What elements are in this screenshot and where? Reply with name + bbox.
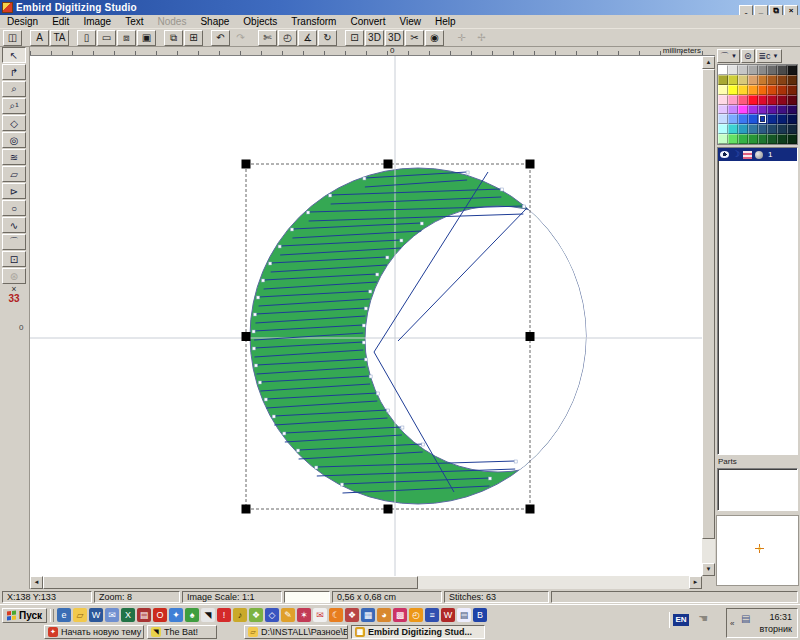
palette-app-icon[interactable]: ❖ xyxy=(345,608,359,622)
palette-color-4-4[interactable] xyxy=(758,105,768,115)
toolbar-import-design[interactable]: ⧈ xyxy=(117,30,136,46)
palette-color-6-6[interactable] xyxy=(777,124,787,134)
toolbar-design-manager[interactable]: ◫ xyxy=(3,30,22,46)
winword-icon[interactable]: W xyxy=(441,608,455,622)
mail-icon[interactable]: ✉ xyxy=(105,608,119,622)
toolbar-view-3d-wire[interactable]: 3D xyxy=(385,30,404,46)
task-button-1[interactable]: ◥The Bat! xyxy=(147,625,217,639)
bluetooth-icon[interactable]: B xyxy=(473,608,487,622)
palette-color-6-4[interactable] xyxy=(758,124,768,134)
palette-color-5-1[interactable] xyxy=(728,114,738,124)
palette-color-3-0[interactable] xyxy=(718,95,728,105)
excel-icon[interactable]: X xyxy=(121,608,135,622)
the-bat-icon[interactable]: ◥ xyxy=(201,608,215,622)
toolbar-paste[interactable]: ⊞ xyxy=(184,30,203,46)
palette-color-4-2[interactable] xyxy=(738,105,748,115)
bars-app-icon[interactable]: ≡ xyxy=(425,608,439,622)
palette-color-7-3[interactable] xyxy=(748,134,758,144)
task-button-3[interactable]: ▩Embird Digitizing Stud... xyxy=(351,625,485,639)
commander-icon[interactable]: ◴ xyxy=(409,608,423,622)
menu-convert[interactable]: Convert xyxy=(343,15,392,28)
object-row-selected[interactable]: ☽ 1 xyxy=(718,148,797,161)
palette-color-6-5[interactable] xyxy=(767,124,777,134)
language-indicator[interactable]: EN xyxy=(673,614,689,626)
palette-color-5-7[interactable] xyxy=(787,114,797,124)
task-button-2[interactable]: ▱D:\INSTALL\Разное\Embird xyxy=(244,625,348,639)
palette-color-4-5[interactable] xyxy=(767,105,777,115)
messenger-icon[interactable]: ✦ xyxy=(169,608,183,622)
menu-text[interactable]: Text xyxy=(118,15,150,28)
star-app-icon[interactable]: ✶ xyxy=(297,608,311,622)
palette-color-0-7[interactable] xyxy=(787,65,797,75)
palette-color-2-0[interactable] xyxy=(718,85,728,95)
palette-color-7-1[interactable] xyxy=(728,134,738,144)
palette-color-2-2[interactable] xyxy=(738,85,748,95)
crescent-design[interactable] xyxy=(30,56,702,576)
horizontal-scroll-thumb[interactable] xyxy=(43,576,418,589)
tool-zoom-actual-tool[interactable]: ⌕¹ xyxy=(2,98,26,114)
palette-color-3-3[interactable] xyxy=(748,95,758,105)
embird-icon[interactable]: ▩ xyxy=(393,608,407,622)
folder-icon[interactable]: ▱ xyxy=(73,608,87,622)
tree-app-icon[interactable]: ♠ xyxy=(185,608,199,622)
palette-color-4-0[interactable] xyxy=(718,105,728,115)
palette-color-6-7[interactable] xyxy=(787,124,797,134)
scroll-left-button[interactable]: ◄ xyxy=(30,576,43,589)
toolbar-new-design[interactable]: ▯ xyxy=(77,30,96,46)
palette-color-0-1[interactable] xyxy=(728,65,738,75)
quick-launch-grip[interactable] xyxy=(50,609,54,622)
internet-explorer-icon[interactable]: e xyxy=(57,608,71,622)
palette-color-1-1[interactable] xyxy=(728,75,738,85)
toolbar-angle[interactable]: ∡ xyxy=(298,30,317,46)
books-icon[interactable]: ▤ xyxy=(137,608,151,622)
cup-app-icon[interactable]: ◕ xyxy=(377,608,391,622)
design-canvas[interactable] xyxy=(30,56,702,576)
scroll-right-button[interactable]: ► xyxy=(689,576,702,589)
palette-color-0-4[interactable] xyxy=(758,65,768,75)
palette-color-7-7[interactable] xyxy=(787,134,797,144)
tool-column-tool[interactable]: ▱ xyxy=(2,166,26,182)
toolbar-measure[interactable]: ◴ xyxy=(278,30,297,46)
palette-color-5-3[interactable] xyxy=(748,114,758,124)
mail2-icon[interactable]: ✉ xyxy=(313,608,327,622)
toolbar-sew-simulator[interactable]: ◉ xyxy=(425,30,444,46)
media-icon[interactable]: ♪ xyxy=(233,608,247,622)
vertical-scroll-thumb[interactable] xyxy=(702,69,715,539)
palette-color-2-6[interactable] xyxy=(777,85,787,95)
palette-color-1-4[interactable] xyxy=(758,75,768,85)
notes-icon[interactable]: ▤ xyxy=(457,608,471,622)
word-icon[interactable]: W xyxy=(89,608,103,622)
graphics-icon[interactable]: ❖ xyxy=(249,608,263,622)
palette-color-1-7[interactable] xyxy=(787,75,797,85)
palette-color-6-2[interactable] xyxy=(738,124,748,134)
opera-icon[interactable]: O xyxy=(153,608,167,622)
tool-manual-stitch-tool[interactable]: ∿ xyxy=(2,217,26,233)
palette-color-7-4[interactable] xyxy=(758,134,768,144)
hand-tray-icon[interactable]: ☚ xyxy=(698,612,708,625)
scroll-up-button[interactable]: ▲ xyxy=(702,56,715,69)
palette-color-6-0[interactable] xyxy=(718,124,728,134)
menu-transform[interactable]: Transform xyxy=(284,15,343,28)
palette-color-5-0[interactable] xyxy=(718,114,728,124)
palette-color-0-3[interactable] xyxy=(748,65,758,75)
palette-color-7-0[interactable] xyxy=(718,134,728,144)
palette-color-0-5[interactable] xyxy=(767,65,777,75)
palette-color-0-6[interactable] xyxy=(777,65,787,75)
toolbar-hoop[interactable]: ⊡ xyxy=(345,30,364,46)
menu-edit[interactable]: Edit xyxy=(45,15,76,28)
palette-color-4-6[interactable] xyxy=(777,105,787,115)
palette-color-2-3[interactable] xyxy=(748,85,758,95)
outline-style-button[interactable]: ⌒▼ xyxy=(717,49,740,63)
palette-color-3-1[interactable] xyxy=(728,95,738,105)
toolbar-trim[interactable]: ✂ xyxy=(405,30,424,46)
palette-color-0-0[interactable] xyxy=(718,65,728,75)
palette-color-6-1[interactable] xyxy=(728,124,738,134)
menu-image[interactable]: Image xyxy=(76,15,118,28)
object-list[interactable]: ☽ 1 xyxy=(717,147,798,455)
toolbar-knife[interactable]: ✄ xyxy=(258,30,277,46)
palette-color-4-3[interactable] xyxy=(748,105,758,115)
palette-color-7-2[interactable] xyxy=(738,134,748,144)
tool-outline-shape-tool[interactable]: ◎ xyxy=(2,132,26,148)
tool-zoom-tool[interactable]: ⌕ xyxy=(2,81,26,97)
tool-fill-shape-tool[interactable]: ◇ xyxy=(2,115,26,131)
